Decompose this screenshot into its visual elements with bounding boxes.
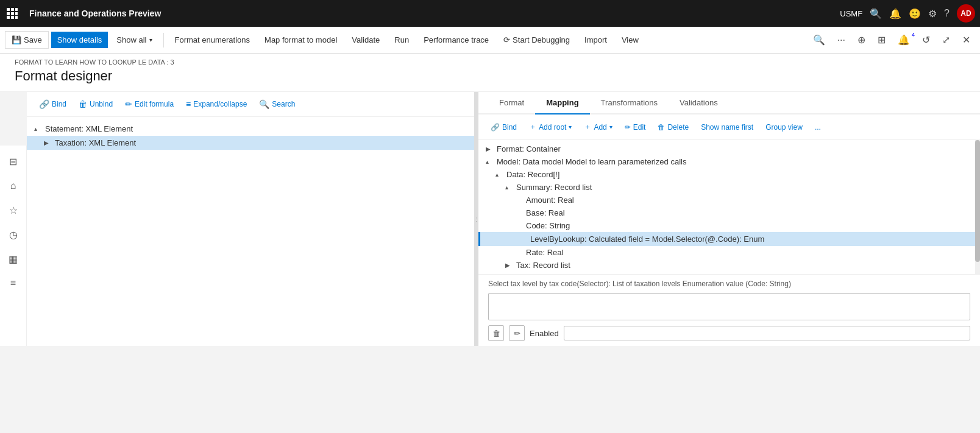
right-tree-item-rate[interactable]: ▶ Rate: Real bbox=[478, 246, 980, 259]
right-tree-item-levelbylookup[interactable]: ▶ LevelByLookup: Calculated field = Mode… bbox=[478, 232, 980, 246]
right-tree: ▶ Format: Container ▴ Model: Data model … bbox=[478, 140, 980, 274]
ribbon-more-icon[interactable]: ··· bbox=[833, 31, 850, 49]
debug-icon: ⟳ bbox=[503, 35, 510, 44]
right-tabs: Format Mapping Transformations Validatio… bbox=[478, 92, 980, 114]
ribbon-divider-1 bbox=[163, 33, 164, 48]
svg-rect-6 bbox=[7, 16, 10, 19]
right-bind-button[interactable]: 🔗 Bind bbox=[486, 121, 522, 134]
right-toolbar: 🔗 Bind ＋ Add root ▾ ＋ Add ▾ ✏ bbox=[478, 114, 980, 140]
right-tree-item-code[interactable]: ▶ Code: String bbox=[478, 219, 980, 232]
more-button[interactable]: ... bbox=[810, 121, 826, 134]
show-all-button[interactable]: Show all ▾ bbox=[110, 32, 158, 48]
svg-rect-7 bbox=[11, 16, 14, 19]
show-all-chevron: ▾ bbox=[149, 37, 152, 43]
add-button[interactable]: ＋ Add ▾ bbox=[579, 119, 617, 135]
search-icon[interactable]: 🔍 bbox=[870, 8, 882, 19]
right-tree-item-data[interactable]: ▴ Data: Record[!] bbox=[478, 168, 980, 181]
right-tree-item-amount[interactable]: ▶ Amount: Real bbox=[478, 194, 980, 206]
tab-validations[interactable]: Validations bbox=[669, 92, 729, 114]
view-button[interactable]: View bbox=[616, 32, 645, 48]
content-inner: 🔗 Bind 🗑 Unbind ✏ Edit formula ≡ Expand/… bbox=[27, 92, 980, 346]
user-avatar[interactable]: AD bbox=[957, 4, 975, 23]
svg-rect-8 bbox=[15, 16, 18, 19]
tab-mapping[interactable]: Mapping bbox=[535, 92, 589, 114]
settings-icon[interactable]: ⚙ bbox=[928, 8, 937, 19]
nav-filter-icon[interactable]: ⊟ bbox=[2, 150, 24, 172]
help-icon[interactable]: ? bbox=[944, 8, 950, 19]
chevron-taxation: ▶ bbox=[44, 139, 52, 146]
chevron-statement: ▴ bbox=[34, 125, 43, 132]
desc-text: Select tax level by tax code(Selector): … bbox=[488, 280, 970, 288]
add-root-button[interactable]: ＋ Add root ▾ bbox=[524, 119, 577, 135]
ribbon-badge-icon[interactable]: 🔔4 bbox=[893, 30, 915, 49]
start-debugging-button[interactable]: ⟳ Start Debugging bbox=[497, 32, 576, 48]
username: USMF bbox=[840, 9, 862, 18]
ribbon-panel-icon[interactable]: ⊞ bbox=[873, 30, 890, 49]
show-details-button[interactable]: Show details bbox=[51, 32, 108, 48]
edit-icon-enabled[interactable]: ✏ bbox=[509, 325, 525, 341]
nav-star-icon[interactable]: ☆ bbox=[2, 199, 24, 221]
tab-transformations[interactable]: Transformations bbox=[590, 92, 669, 114]
nav-list-icon[interactable]: ≡ bbox=[2, 272, 24, 294]
tree-item-statement[interactable]: ▴ Statement: XML Element bbox=[27, 122, 474, 136]
right-tree-item-summary[interactable]: ▴ Summary: Record list bbox=[478, 181, 980, 194]
panels-row: 🔗 Bind 🗑 Unbind ✏ Edit formula ≡ Expand/… bbox=[27, 92, 980, 346]
edit-formula-button[interactable]: ✏ Edit formula bbox=[120, 97, 179, 111]
right-tree-item-model[interactable]: ▴ Model: Data model Model to learn param… bbox=[478, 155, 980, 168]
smile-icon[interactable]: 🙂 bbox=[909, 8, 921, 19]
ribbon-popout-icon[interactable]: ⤢ bbox=[937, 30, 955, 49]
show-name-first-button[interactable]: Show name first bbox=[696, 121, 758, 134]
ribbon: 💾 Save Show details Show all ▾ Format en… bbox=[0, 27, 980, 54]
performance-trace-button[interactable]: Performance trace bbox=[417, 32, 495, 48]
bell-icon[interactable]: 🔔 bbox=[889, 8, 901, 19]
right-bind-icon: 🔗 bbox=[491, 123, 500, 132]
save-button[interactable]: 💾 Save bbox=[5, 31, 49, 49]
svg-rect-3 bbox=[7, 12, 10, 15]
trash-icon-enabled[interactable]: 🗑 bbox=[488, 325, 504, 341]
import-button[interactable]: Import bbox=[578, 32, 613, 48]
ribbon-close-icon[interactable]: ✕ bbox=[957, 30, 975, 49]
svg-rect-2 bbox=[15, 8, 18, 11]
right-tree-item-base[interactable]: ▶ Base: Real bbox=[478, 206, 980, 219]
scrollbar-track bbox=[975, 140, 980, 274]
map-format-button[interactable]: Map format to model bbox=[258, 32, 343, 48]
nav-clock-icon[interactable]: ◷ bbox=[2, 224, 24, 245]
bind-button[interactable]: 🔗 Bind bbox=[34, 97, 71, 111]
right-tree-item-format-container[interactable]: ▶ Format: Container bbox=[478, 143, 980, 155]
unbind-button[interactable]: 🗑 Unbind bbox=[74, 97, 118, 111]
left-panel: 🔗 Bind 🗑 Unbind ✏ Edit formula ≡ Expand/… bbox=[27, 92, 475, 346]
ribbon-bookmark-icon[interactable]: ⊕ bbox=[853, 30, 870, 49]
svg-rect-5 bbox=[15, 12, 18, 15]
edit-button[interactable]: ✏ Edit bbox=[620, 121, 651, 134]
grid-icon[interactable] bbox=[5, 6, 20, 21]
right-bottom: Select tax level by tax code(Selector): … bbox=[478, 274, 980, 346]
group-view-button[interactable]: Group view bbox=[761, 121, 808, 134]
tab-format[interactable]: Format bbox=[488, 92, 535, 114]
formula-box[interactable] bbox=[488, 293, 970, 320]
bind-icon: 🔗 bbox=[39, 99, 49, 109]
top-bar-icons: USMF 🔍 🔔 🙂 ⚙ ? AD bbox=[840, 4, 975, 23]
run-button[interactable]: Run bbox=[388, 32, 415, 48]
nav-calendar-icon[interactable]: ▦ bbox=[2, 248, 24, 270]
scrollbar-thumb[interactable] bbox=[975, 140, 980, 262]
add-root-icon: ＋ bbox=[529, 122, 536, 132]
save-icon: 💾 bbox=[12, 35, 21, 44]
page-title: Format designer bbox=[15, 68, 965, 84]
delete-button[interactable]: 🗑 Delete bbox=[653, 121, 694, 134]
enabled-input[interactable] bbox=[564, 326, 970, 340]
right-tree-item-tax[interactable]: ▶ Tax: Record list bbox=[478, 259, 980, 272]
svg-rect-1 bbox=[11, 8, 14, 11]
nav-home-icon[interactable]: ⌂ bbox=[2, 175, 24, 197]
validate-button[interactable]: Validate bbox=[346, 32, 386, 48]
content-wrapper: ⊟ ⌂ ☆ ◷ ▦ ≡ 🔗 Bind 🗑 Unbind bbox=[0, 92, 980, 346]
format-enumerations-button[interactable]: Format enumerations bbox=[169, 32, 257, 48]
search-button[interactable]: 🔍 Search bbox=[254, 97, 300, 111]
edit-formula-icon: ✏ bbox=[125, 99, 132, 109]
tree-item-taxation[interactable]: ▶ Taxation: XML Element bbox=[27, 136, 474, 150]
ribbon-refresh-icon[interactable]: ↺ bbox=[917, 30, 935, 49]
expand-collapse-button[interactable]: ≡ Expand/collapse bbox=[181, 97, 252, 111]
add-icon: ＋ bbox=[584, 122, 591, 132]
svg-rect-0 bbox=[7, 8, 10, 11]
svg-rect-4 bbox=[11, 12, 14, 15]
ribbon-search-icon[interactable]: 🔍 bbox=[808, 30, 830, 49]
